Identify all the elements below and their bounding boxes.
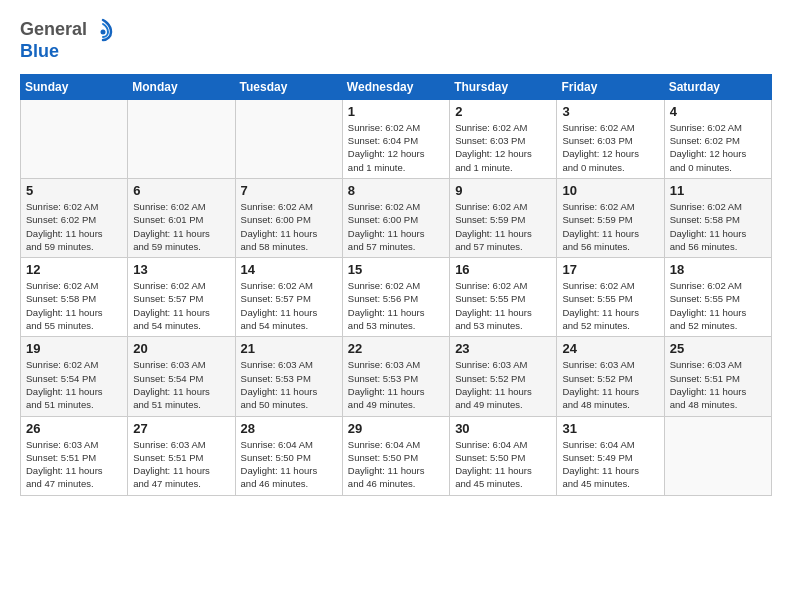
day-number: 12 — [26, 262, 122, 277]
day-cell: 20Sunrise: 6:03 AM Sunset: 5:54 PM Dayli… — [128, 337, 235, 416]
day-info: Sunrise: 6:02 AM Sunset: 5:58 PM Dayligh… — [26, 279, 122, 332]
day-info: Sunrise: 6:02 AM Sunset: 5:58 PM Dayligh… — [670, 200, 766, 253]
weekday-wednesday: Wednesday — [342, 74, 449, 99]
page: General Blue SundayMondayTuesdayWednesda… — [0, 0, 792, 612]
day-number: 16 — [455, 262, 551, 277]
day-cell: 19Sunrise: 6:02 AM Sunset: 5:54 PM Dayli… — [21, 337, 128, 416]
day-number: 28 — [241, 421, 337, 436]
day-number: 31 — [562, 421, 658, 436]
day-number: 10 — [562, 183, 658, 198]
day-cell — [664, 416, 771, 495]
day-info: Sunrise: 6:03 AM Sunset: 5:51 PM Dayligh… — [133, 438, 229, 491]
day-info: Sunrise: 6:02 AM Sunset: 6:02 PM Dayligh… — [670, 121, 766, 174]
day-info: Sunrise: 6:02 AM Sunset: 5:55 PM Dayligh… — [562, 279, 658, 332]
day-info: Sunrise: 6:02 AM Sunset: 5:54 PM Dayligh… — [26, 358, 122, 411]
day-info: Sunrise: 6:02 AM Sunset: 5:59 PM Dayligh… — [455, 200, 551, 253]
day-info: Sunrise: 6:03 AM Sunset: 5:53 PM Dayligh… — [348, 358, 444, 411]
day-number: 29 — [348, 421, 444, 436]
logo: General Blue — [20, 16, 117, 62]
day-cell: 13Sunrise: 6:02 AM Sunset: 5:57 PM Dayli… — [128, 258, 235, 337]
week-row-0: 1Sunrise: 6:02 AM Sunset: 6:04 PM Daylig… — [21, 99, 772, 178]
day-cell: 5Sunrise: 6:02 AM Sunset: 6:02 PM Daylig… — [21, 178, 128, 257]
day-info: Sunrise: 6:02 AM Sunset: 6:00 PM Dayligh… — [348, 200, 444, 253]
day-info: Sunrise: 6:03 AM Sunset: 5:52 PM Dayligh… — [455, 358, 551, 411]
svg-point-0 — [101, 30, 106, 35]
day-number: 2 — [455, 104, 551, 119]
day-number: 14 — [241, 262, 337, 277]
day-info: Sunrise: 6:02 AM Sunset: 5:57 PM Dayligh… — [133, 279, 229, 332]
week-row-1: 5Sunrise: 6:02 AM Sunset: 6:02 PM Daylig… — [21, 178, 772, 257]
day-number: 8 — [348, 183, 444, 198]
weekday-thursday: Thursday — [450, 74, 557, 99]
day-number: 30 — [455, 421, 551, 436]
day-cell: 22Sunrise: 6:03 AM Sunset: 5:53 PM Dayli… — [342, 337, 449, 416]
day-number: 11 — [670, 183, 766, 198]
day-cell: 9Sunrise: 6:02 AM Sunset: 5:59 PM Daylig… — [450, 178, 557, 257]
day-number: 18 — [670, 262, 766, 277]
day-cell: 6Sunrise: 6:02 AM Sunset: 6:01 PM Daylig… — [128, 178, 235, 257]
day-info: Sunrise: 6:04 AM Sunset: 5:50 PM Dayligh… — [455, 438, 551, 491]
logo-general: General — [20, 20, 87, 40]
day-info: Sunrise: 6:02 AM Sunset: 5:57 PM Dayligh… — [241, 279, 337, 332]
day-number: 20 — [133, 341, 229, 356]
logo-icon — [89, 16, 117, 44]
day-number: 19 — [26, 341, 122, 356]
day-info: Sunrise: 6:03 AM Sunset: 5:54 PM Dayligh… — [133, 358, 229, 411]
day-info: Sunrise: 6:02 AM Sunset: 6:00 PM Dayligh… — [241, 200, 337, 253]
day-info: Sunrise: 6:04 AM Sunset: 5:50 PM Dayligh… — [348, 438, 444, 491]
day-cell: 25Sunrise: 6:03 AM Sunset: 5:51 PM Dayli… — [664, 337, 771, 416]
weekday-saturday: Saturday — [664, 74, 771, 99]
day-info: Sunrise: 6:02 AM Sunset: 6:01 PM Dayligh… — [133, 200, 229, 253]
day-cell — [128, 99, 235, 178]
day-number: 27 — [133, 421, 229, 436]
day-number: 1 — [348, 104, 444, 119]
day-cell: 11Sunrise: 6:02 AM Sunset: 5:58 PM Dayli… — [664, 178, 771, 257]
day-number: 21 — [241, 341, 337, 356]
week-row-2: 12Sunrise: 6:02 AM Sunset: 5:58 PM Dayli… — [21, 258, 772, 337]
day-cell — [235, 99, 342, 178]
day-cell: 14Sunrise: 6:02 AM Sunset: 5:57 PM Dayli… — [235, 258, 342, 337]
day-cell: 17Sunrise: 6:02 AM Sunset: 5:55 PM Dayli… — [557, 258, 664, 337]
logo-blue: Blue — [20, 42, 117, 62]
day-cell: 4Sunrise: 6:02 AM Sunset: 6:02 PM Daylig… — [664, 99, 771, 178]
day-info: Sunrise: 6:02 AM Sunset: 6:02 PM Dayligh… — [26, 200, 122, 253]
day-info: Sunrise: 6:02 AM Sunset: 5:55 PM Dayligh… — [455, 279, 551, 332]
day-cell: 12Sunrise: 6:02 AM Sunset: 5:58 PM Dayli… — [21, 258, 128, 337]
weekday-sunday: Sunday — [21, 74, 128, 99]
day-cell: 26Sunrise: 6:03 AM Sunset: 5:51 PM Dayli… — [21, 416, 128, 495]
day-number: 15 — [348, 262, 444, 277]
weekday-tuesday: Tuesday — [235, 74, 342, 99]
calendar-table: SundayMondayTuesdayWednesdayThursdayFrid… — [20, 74, 772, 496]
day-info: Sunrise: 6:04 AM Sunset: 5:50 PM Dayligh… — [241, 438, 337, 491]
day-number: 23 — [455, 341, 551, 356]
day-cell: 24Sunrise: 6:03 AM Sunset: 5:52 PM Dayli… — [557, 337, 664, 416]
weekday-monday: Monday — [128, 74, 235, 99]
day-info: Sunrise: 6:03 AM Sunset: 5:52 PM Dayligh… — [562, 358, 658, 411]
week-row-3: 19Sunrise: 6:02 AM Sunset: 5:54 PM Dayli… — [21, 337, 772, 416]
day-cell: 2Sunrise: 6:02 AM Sunset: 6:03 PM Daylig… — [450, 99, 557, 178]
day-number: 3 — [562, 104, 658, 119]
day-number: 24 — [562, 341, 658, 356]
header: General Blue — [20, 16, 772, 62]
day-cell: 7Sunrise: 6:02 AM Sunset: 6:00 PM Daylig… — [235, 178, 342, 257]
day-cell: 16Sunrise: 6:02 AM Sunset: 5:55 PM Dayli… — [450, 258, 557, 337]
day-cell: 31Sunrise: 6:04 AM Sunset: 5:49 PM Dayli… — [557, 416, 664, 495]
day-info: Sunrise: 6:02 AM Sunset: 6:04 PM Dayligh… — [348, 121, 444, 174]
day-cell: 21Sunrise: 6:03 AM Sunset: 5:53 PM Dayli… — [235, 337, 342, 416]
day-info: Sunrise: 6:03 AM Sunset: 5:51 PM Dayligh… — [26, 438, 122, 491]
weekday-friday: Friday — [557, 74, 664, 99]
day-number: 26 — [26, 421, 122, 436]
day-number: 4 — [670, 104, 766, 119]
day-cell: 15Sunrise: 6:02 AM Sunset: 5:56 PM Dayli… — [342, 258, 449, 337]
day-info: Sunrise: 6:02 AM Sunset: 5:59 PM Dayligh… — [562, 200, 658, 253]
day-number: 22 — [348, 341, 444, 356]
day-number: 5 — [26, 183, 122, 198]
day-number: 7 — [241, 183, 337, 198]
day-info: Sunrise: 6:03 AM Sunset: 5:53 PM Dayligh… — [241, 358, 337, 411]
day-number: 13 — [133, 262, 229, 277]
day-number: 17 — [562, 262, 658, 277]
day-info: Sunrise: 6:02 AM Sunset: 5:55 PM Dayligh… — [670, 279, 766, 332]
day-cell: 27Sunrise: 6:03 AM Sunset: 5:51 PM Dayli… — [128, 416, 235, 495]
day-cell: 28Sunrise: 6:04 AM Sunset: 5:50 PM Dayli… — [235, 416, 342, 495]
day-cell: 23Sunrise: 6:03 AM Sunset: 5:52 PM Dayli… — [450, 337, 557, 416]
